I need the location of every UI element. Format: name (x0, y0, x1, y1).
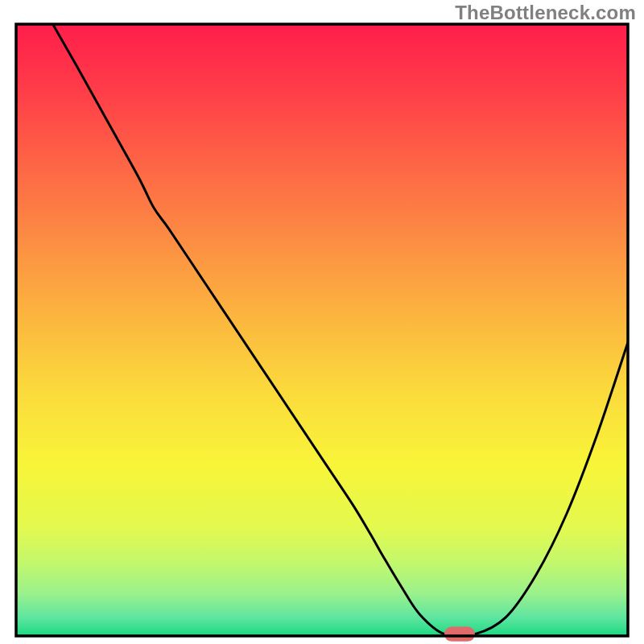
chart-background-gradient (16, 24, 628, 636)
chart-container: { "watermark": "TheBottleneck.com", "cha… (0, 0, 644, 644)
optimal-marker (444, 627, 475, 642)
bottleneck-chart (0, 0, 644, 644)
